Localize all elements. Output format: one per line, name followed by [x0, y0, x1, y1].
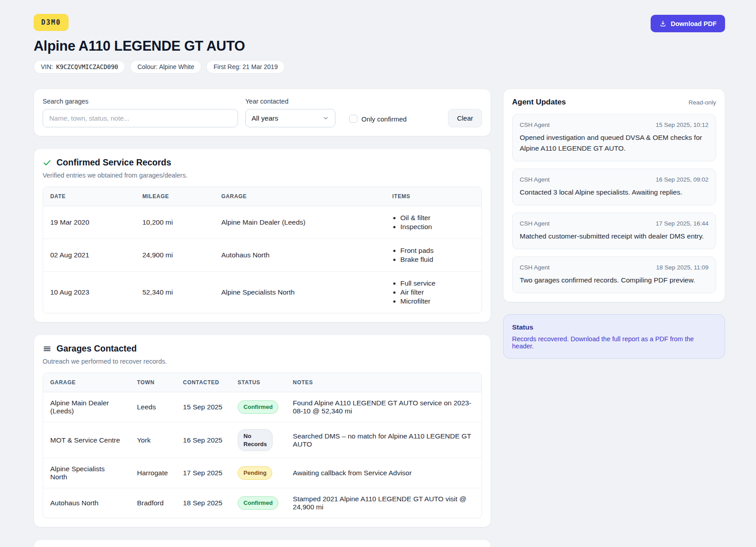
record-items: Front padsBrake fluid — [392, 247, 474, 264]
confirmed-records-subtitle: Verified entries we obtained from garage… — [43, 172, 482, 179]
confirmed-records-title: Confirmed Service Records — [56, 157, 171, 168]
year-select[interactable]: All years — [245, 109, 335, 127]
service-item: Full service — [400, 279, 474, 287]
year-select-value: All years — [252, 114, 278, 122]
search-field: Search garages — [43, 98, 238, 127]
search-input[interactable] — [43, 109, 238, 127]
colour-chip: Colour: Alpine White — [130, 60, 201, 74]
contact-notes: Stamped 2021 Alpine A110 LEGENDE GT AUTO… — [286, 488, 482, 518]
update-message: Contacted 3 local Alpine specialists. Aw… — [520, 187, 708, 198]
agent-name: CSH Agent — [520, 176, 550, 183]
only-confirmed-checkbox[interactable] — [349, 115, 357, 123]
header: D3M0 Alpine A110 LEGENDE GT AUTO VIN: K9… — [34, 14, 725, 74]
search-label: Search garages — [43, 98, 238, 105]
status-panel: Status Records recovered. Download the f… — [503, 314, 725, 359]
agent-name: CSH Agent — [520, 264, 550, 271]
record-date: 19 Mar 2020 — [43, 206, 135, 239]
garage-name: Alpine Main Dealer (Leeds) — [43, 392, 130, 422]
year-field: Year contacted All years — [245, 98, 335, 127]
update-timestamp: 18 Sep 2025, 11:09 — [656, 264, 708, 271]
update-timestamp: 17 Sep 2025, 16:44 — [656, 220, 708, 227]
garage-town: Leeds — [130, 392, 176, 422]
demo-badge: D3M0 — [34, 14, 69, 31]
agent-name: CSH Agent — [520, 220, 550, 227]
clear-filters-button[interactable]: Clear — [448, 109, 482, 127]
status-badge: Pending — [238, 466, 272, 480]
status-badge: Confirmed — [238, 400, 278, 414]
agent-updates-title: Agent Updates — [512, 98, 566, 107]
update-timestamp: 16 Sep 2025, 09:02 — [656, 176, 708, 183]
menu-icon — [43, 344, 52, 353]
garages-contacted-title: Garages Contacted — [56, 343, 137, 354]
service-item: Front pads — [400, 247, 474, 255]
page: D3M0 Alpine A110 LEGENDE GT AUTO VIN: K9… — [0, 0, 756, 547]
update-message: Opened investigation and queued DVSA & O… — [520, 132, 708, 154]
column-header-items: Items — [385, 187, 482, 206]
download-icon — [659, 20, 667, 27]
first-reg-chip: First Reg: 21 Mar 2019 — [206, 60, 285, 74]
agent-updates-panel: Agent Updates Read-only CSH Agent 15 Sep… — [503, 89, 725, 302]
column-header-garage: Garage — [43, 373, 130, 392]
record-garage: Alpine Specialists North — [214, 272, 385, 313]
record-items: Oil & filterInspection — [392, 214, 474, 231]
service-item: Air filter — [400, 288, 474, 296]
agent-update-card: CSH Agent 18 Sep 2025, 11:09 Two garages… — [512, 256, 716, 293]
confirmed-records-panel: Confirmed Service Records Verified entri… — [34, 148, 491, 322]
garage-town: Harrogate — [130, 458, 176, 488]
garage-contact-row: Alpine Specialists North Harrogate 17 Se… — [43, 458, 482, 488]
contacted-date: 16 Sep 2025 — [176, 422, 230, 458]
table-header-row: Garage Town Contacted Status Notes — [43, 373, 482, 392]
record-mileage: 24,900 mi — [135, 239, 214, 272]
garage-name: Autohaus North — [43, 488, 130, 518]
service-item: Microfilter — [400, 297, 474, 305]
table-header-row: Date Mileage Garage Items — [43, 187, 482, 206]
garage-town: York — [130, 422, 176, 458]
garages-contacted-panel: Garages Contacted Outreach we performed … — [34, 334, 491, 527]
contact-notes: Searched DMS – no match for Alpine A110 … — [286, 422, 482, 458]
download-pdf-label: Download PDF — [671, 20, 717, 27]
garage-contact-row: Autohaus North Bradford 18 Sep 2025 Conf… — [43, 488, 482, 518]
vin-chip: VIN: K9CZCQVMICZACD090 — [34, 60, 125, 74]
vin-label: VIN: — [41, 63, 53, 70]
update-message: Matched customer-submitted receipt with … — [520, 231, 708, 242]
service-record-row: 19 Mar 2020 10,200 mi Alpine Main Dealer… — [43, 206, 482, 239]
record-garage: Alpine Main Dealer (Leeds) — [214, 206, 385, 239]
readonly-label: Read-only — [688, 99, 716, 106]
update-message: Two garages confirmed records. Compiling… — [520, 275, 708, 286]
agent-update-card: CSH Agent 17 Sep 2025, 16:44 Matched cus… — [512, 213, 716, 249]
column-header-mileage: Mileage — [135, 187, 214, 206]
status-message: Records recovered. Download the full rep… — [512, 335, 716, 350]
only-confirmed-toggle[interactable]: Only confirmed — [349, 115, 407, 123]
check-icon — [43, 158, 52, 167]
column-header-town: Town — [130, 373, 176, 392]
column-header-notes: Notes — [286, 373, 482, 392]
record-mileage: 52,340 mi — [135, 272, 214, 313]
column-header-date: Date — [43, 187, 135, 206]
filters-panel: Search garages Year contacted All years … — [34, 89, 491, 136]
garage-name: Alpine Specialists North — [43, 458, 130, 488]
service-item: Inspection — [400, 223, 474, 231]
download-pdf-button[interactable]: Download PDF — [651, 15, 725, 32]
contact-notes: Found Alpine A110 LEGENDE GT AUTO servic… — [286, 392, 482, 422]
column-header-garage: Garage — [214, 187, 385, 206]
status-badge: Confirmed — [238, 496, 278, 510]
contacted-date: 17 Sep 2025 — [176, 458, 230, 488]
service-item: Brake fluid — [400, 256, 474, 264]
garage-town: Bradford — [130, 488, 176, 518]
contacted-date: 15 Sep 2025 — [176, 392, 230, 422]
page-title: Alpine A110 LEGENDE GT AUTO — [34, 38, 725, 54]
agent-update-card: CSH Agent 15 Sep 2025, 10:12 Opened inve… — [512, 114, 716, 161]
garage-contact-row: Alpine Main Dealer (Leeds) Leeds 15 Sep … — [43, 392, 482, 422]
contact-notes: Awaiting callback from Service Advisor — [286, 458, 482, 488]
update-timestamp: 15 Sep 2025, 10:12 — [656, 122, 708, 128]
service-item: Oil & filter — [400, 214, 474, 222]
service-record-row: 10 Aug 2023 52,340 mi Alpine Specialists… — [43, 272, 482, 313]
garage-name: MOT & Service Centre — [43, 422, 130, 458]
status-badge: No Records — [238, 429, 273, 451]
chevron-down-icon — [322, 115, 329, 122]
vin-value: K9CZCQVMICZACD090 — [56, 63, 118, 70]
agent-update-card: CSH Agent 16 Sep 2025, 09:02 Contacted 3… — [512, 169, 716, 205]
record-garage: Autohaus North — [214, 239, 385, 272]
contacted-date: 18 Sep 2025 — [176, 488, 230, 518]
record-date: 10 Aug 2023 — [43, 272, 135, 313]
